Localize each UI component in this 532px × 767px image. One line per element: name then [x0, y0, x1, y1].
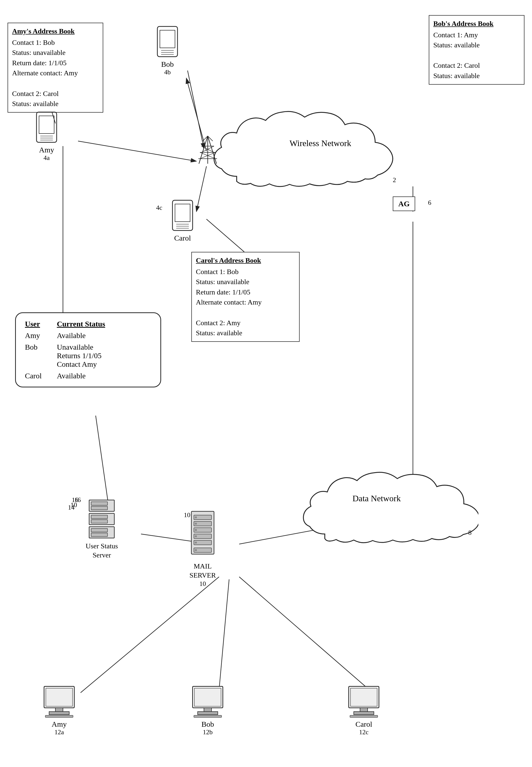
svg-rect-23 [39, 116, 54, 133]
carol-ab-status1: Status: unavailable [196, 278, 249, 286]
status-server-icon [87, 499, 117, 539]
ag-label: AG [398, 199, 410, 208]
carol-ab-alt: Alternate contact: Amy [196, 298, 262, 306]
carol-user-cell: Carol [25, 370, 57, 381]
svg-rect-62 [91, 520, 108, 523]
carol-computer: Carol 12c [347, 685, 380, 736]
svg-line-2 [78, 141, 196, 161]
svg-point-52 [195, 523, 197, 525]
mail-server-label: MAILSERVER [186, 562, 219, 580]
svg-rect-68 [55, 708, 63, 712]
num16-label: 16 [72, 496, 78, 504]
carol-ab-return: Return date: 1/1/05 [196, 288, 250, 296]
svg-rect-65 [91, 533, 108, 537]
amy-monitor-icon [43, 685, 76, 718]
carol-ab-contact2: Contact 2: Amy [196, 319, 240, 327]
wireless-tower [196, 133, 219, 167]
mail-server: MAILSERVER 10 [186, 509, 219, 588]
svg-rect-75 [198, 712, 218, 715]
svg-rect-59 [91, 506, 108, 510]
bob-computer-num: 12b [191, 728, 224, 736]
carol-ab-title: Carol's Address Book [196, 255, 295, 266]
svg-line-16 [239, 577, 373, 693]
wireless-num: 2 [393, 176, 396, 184]
svg-rect-64 [91, 529, 108, 532]
svg-line-13 [96, 416, 108, 504]
svg-rect-17 [157, 26, 178, 57]
svg-rect-67 [46, 688, 73, 706]
svg-rect-81 [354, 712, 374, 715]
svg-rect-18 [160, 30, 175, 48]
svg-line-15 [219, 579, 229, 690]
bob-ab-title: Bob's Address Book [433, 19, 520, 29]
amy-label: Amy [35, 146, 58, 154]
amy-computer: Amy 12a [43, 685, 76, 736]
svg-rect-61 [91, 515, 108, 519]
carol-status-cell: Available [57, 370, 113, 381]
amy-phone-icon [35, 111, 58, 144]
wireless-label: Wireless Network [290, 138, 351, 148]
amy-ab-status1: Status: unavailable [12, 49, 65, 56]
status-table-box: User Current Status Amy Available Bob Un… [15, 312, 161, 388]
bob-ab-status1: Status: available [433, 41, 480, 49]
svg-rect-27 [172, 200, 193, 230]
status-table: User Current Status Amy Available Bob Un… [25, 318, 113, 381]
svg-point-54 [195, 535, 197, 537]
svg-rect-69 [49, 712, 69, 715]
amy-ab-return: Return date: 1/1/05 [12, 59, 66, 67]
user-status-server: User StatusServer [86, 499, 118, 560]
amy-ab-status2: Status: available [12, 100, 58, 108]
ag-num: 6 [428, 199, 431, 206]
bob-ab-contact2: Contact 2: Carol [433, 61, 480, 69]
svg-rect-74 [204, 708, 211, 712]
amy-ab-contact1: Contact 1: Bob [12, 39, 55, 46]
bob-ab-contact1: Contact 1: Amy [433, 31, 478, 39]
amy-status-cell: Available [57, 330, 113, 341]
svg-line-6 [206, 219, 244, 252]
svg-point-56 [195, 549, 197, 551]
svg-line-5 [196, 166, 206, 211]
amy-computer-label: Amy [43, 720, 76, 728]
carol-computer-label: Carol [347, 720, 380, 728]
carol-address-book: Carol's Address Book Contact 1: Bob Stat… [191, 252, 300, 342]
amy-device-num: 4a [35, 154, 58, 162]
amy-address-book: Amy's Address Book Contact 1: Bob Status… [8, 23, 103, 113]
ag-box: AG [393, 196, 415, 211]
mail-server-icon [186, 509, 219, 559]
amy-computer-num: 12a [43, 728, 76, 736]
status-col-header: Current Status [57, 318, 113, 330]
bob-monitor-icon [191, 685, 224, 718]
bob-ab-status2: Status: available [433, 72, 480, 80]
carol-phone-icon [171, 199, 194, 232]
svg-line-14 [81, 577, 219, 693]
svg-point-51 [195, 516, 197, 518]
amy-ab-contact2: Contact 2: Carol [12, 90, 59, 97]
carol-label: Carol [171, 234, 194, 242]
carol-computer-num: 12c [347, 728, 380, 736]
svg-point-53 [195, 529, 197, 531]
mail-server-num: 10 [186, 580, 219, 588]
user-col-header: User [25, 318, 57, 330]
amy-ab-title: Amy's Address Book [12, 26, 99, 37]
amy-user-cell: Amy [25, 330, 57, 341]
svg-rect-28 [175, 204, 190, 222]
carol-ab-status2: Status: available [196, 329, 242, 337]
carol-ab-contact1: Contact 1: Bob [196, 268, 239, 275]
carol-device: Carol [171, 199, 194, 242]
svg-rect-22 [37, 112, 57, 142]
carol-monitor-icon [347, 685, 380, 718]
bob-device: Bob 4b [156, 25, 179, 76]
svg-rect-58 [91, 502, 108, 505]
num14-label: 14 [68, 504, 75, 511]
amy-ab-alt: Alternate contact: Amy [12, 69, 78, 77]
svg-rect-73 [194, 688, 221, 706]
bob-address-book: Bob's Address Book Contact 1: Amy Status… [429, 15, 524, 85]
num10-label: 10 [184, 511, 190, 519]
svg-point-55 [195, 542, 197, 544]
data-num: 8 [468, 529, 472, 537]
svg-rect-80 [360, 708, 368, 712]
svg-line-12 [141, 534, 194, 542]
bob-computer-label: Bob [191, 720, 224, 728]
bob-computer: Bob 12b [191, 685, 224, 736]
data-network-cloud: Data Network 8 [302, 469, 478, 549]
